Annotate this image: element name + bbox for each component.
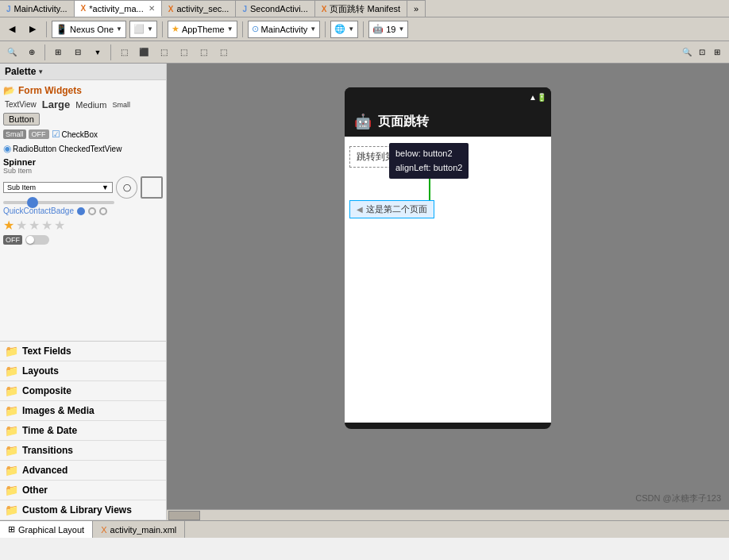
checked-text-view-widget[interactable]: CheckedTextView xyxy=(59,145,122,153)
xml-icon: X xyxy=(81,4,87,13)
bottom-tab-xml[interactable]: X activity_main.xml xyxy=(93,521,185,538)
tab-manifest[interactable]: X 页面跳转 Manifest xyxy=(315,0,407,17)
android-icon: 🤖 xyxy=(354,113,372,130)
activity-dropdown[interactable]: ⊙ MainActivity ▼ xyxy=(248,21,321,38)
device-dropdown[interactable]: 📱 Nexus One ▼ xyxy=(52,21,126,38)
category-other[interactable]: 📁 Other xyxy=(0,481,166,500)
category-transitions[interactable]: 📁 Transitions xyxy=(0,441,166,461)
toggle-off-widget[interactable]: OFF xyxy=(29,129,49,139)
category-images-media[interactable]: 📁 Images & Media xyxy=(0,401,166,421)
quick-contact-badge-widget[interactable]: QuickContactBadge xyxy=(3,207,163,215)
star-icon: ★ xyxy=(172,24,179,34)
distribute-v-button[interactable]: ⬚ xyxy=(195,44,212,60)
api-dropdown[interactable]: 🤖 19 ▼ xyxy=(368,21,408,38)
spinner-square-widget[interactable] xyxy=(141,176,163,199)
star-empty-4: ★ xyxy=(54,218,65,233)
tab-more[interactable]: » xyxy=(407,0,426,17)
align-right-button[interactable]: ⬚ xyxy=(155,44,172,60)
toggle-small-label: Small xyxy=(3,129,26,139)
locale-dropdown[interactable]: 🌐 ▼ xyxy=(330,21,358,38)
tab-activity-ma[interactable]: X *activity_ma... ✕ xyxy=(75,0,162,17)
category-custom-library[interactable]: 📁 Custom & Library Views xyxy=(0,500,166,520)
theme-dropdown[interactable]: ★ AppTheme ▼ xyxy=(168,21,237,38)
orientation-dropdown[interactable]: ⬜ ▼ xyxy=(129,21,157,38)
folder-icon: 📁 xyxy=(5,484,18,496)
toolbar-separator-5 xyxy=(363,21,364,37)
button-widget[interactable]: Button xyxy=(3,113,40,126)
phone-app-bar: 🤖 页面跳转 xyxy=(345,106,551,137)
snap-button[interactable]: ⊟ xyxy=(69,44,87,60)
grid-button[interactable]: ⊞ xyxy=(49,44,67,60)
palette-dropdown[interactable]: Palette ▼ xyxy=(5,66,44,77)
category-label: Text Fields xyxy=(22,346,71,357)
toolbar2-separator-1 xyxy=(44,44,45,60)
spinner-label: Spinner xyxy=(3,157,163,167)
phone-status-bar: ▲ 🔋 xyxy=(345,87,551,106)
seekbar-widget[interactable] xyxy=(3,201,163,204)
folder-icon: 📁 xyxy=(5,365,18,377)
align-center-button[interactable]: ⬛ xyxy=(135,44,152,60)
star-empty-2: ★ xyxy=(29,218,40,233)
java-icon: J xyxy=(242,5,247,14)
large-text-widget[interactable]: Large xyxy=(40,98,71,110)
zoom-out-button[interactable]: 🔍 xyxy=(3,44,21,60)
category-time-date[interactable]: 📁 Time & Date xyxy=(0,421,166,441)
tab-activity-sec[interactable]: X activity_sec... xyxy=(162,0,237,17)
category-layouts[interactable]: 📁 Layouts xyxy=(0,361,166,381)
back-button[interactable]: ◀ xyxy=(3,21,21,37)
qcb-label: QuickContactBadge xyxy=(3,207,74,215)
category-text-fields[interactable]: 📁 Text Fields xyxy=(0,342,166,361)
seekbar-thumb xyxy=(27,197,38,208)
zoom-in-button[interactable]: ⊕ xyxy=(23,44,40,60)
forward-button[interactable]: ▶ xyxy=(24,21,41,37)
main-toolbar: ◀ ▶ 📱 Nexus One ▼ ⬜ ▼ ★ AppTheme ▼ ⊙ Mai… xyxy=(0,17,729,41)
palette-header: Palette ▼ xyxy=(0,64,166,80)
palette-title: Palette xyxy=(5,66,36,77)
textview-widget[interactable]: TextView xyxy=(3,100,38,109)
bottom-tab-bar: ⊞ Graphical Layout X activity_main.xml xyxy=(0,520,729,538)
spinner-circle-widget[interactable]: ◯ xyxy=(116,176,138,199)
widget-row-toggle: Small OFF ☑ CheckBox xyxy=(3,129,163,140)
tab-main-activity[interactable]: J MainActivity... xyxy=(0,0,75,17)
toggle-small-widget[interactable]: Small xyxy=(3,129,26,139)
wifi-icon: ▲ xyxy=(529,93,537,102)
phone-icon: 📱 xyxy=(56,24,68,35)
spinner-sub-label: Sub Item xyxy=(3,167,163,175)
close-icon[interactable]: ✕ xyxy=(148,4,155,13)
java-icon: J xyxy=(6,5,11,14)
bottom-tab-graphical-layout[interactable]: ⊞ Graphical Layout xyxy=(0,521,93,538)
rating-bar-widget[interactable]: ★ ★ ★ ★ ★ xyxy=(3,218,163,233)
category-composite[interactable]: 📁 Composite xyxy=(0,381,166,401)
scrollbar-thumb[interactable] xyxy=(168,511,200,520)
small-text-widget[interactable]: Small xyxy=(110,101,132,109)
toolbar-separator-3 xyxy=(242,21,243,37)
tooltip-line2: alignLeft: button2 xyxy=(395,161,462,176)
radio-widget[interactable]: ◉ RadioButton xyxy=(3,143,56,154)
align-left-button[interactable]: ⬚ xyxy=(115,44,133,60)
category-label: Advanced xyxy=(22,465,68,476)
margin-button[interactable]: ⬚ xyxy=(214,44,232,60)
xml-icon: X xyxy=(322,5,327,14)
arrow-button[interactable]: ▼ xyxy=(89,44,106,60)
arrow-left-icon: ◀ xyxy=(357,205,363,214)
theme-label: AppTheme xyxy=(182,25,225,34)
spinner-sub-text: Sub Item xyxy=(7,183,36,191)
tooltip-box: below: button2 alignLeft: button2 xyxy=(389,143,469,179)
fit-button[interactable]: ⊡ xyxy=(698,44,706,60)
tab-second-activity[interactable]: J SecondActivi... xyxy=(236,0,314,17)
category-advanced[interactable]: 📁 Advanced xyxy=(0,461,166,481)
widget-row-radio: ◉ RadioButton CheckedTextView xyxy=(3,143,163,154)
medium-text-widget[interactable]: Medium xyxy=(74,100,108,110)
spinner-widget[interactable]: Spinner Sub Item Sub Item ▼ ◯ xyxy=(3,157,163,199)
category-label: Layouts xyxy=(22,365,59,377)
category-label: Other xyxy=(22,485,48,496)
horizontal-scrollbar[interactable] xyxy=(167,509,729,520)
category-label: Images & Media xyxy=(22,405,94,416)
zoom-percent-button[interactable]: 🔍 xyxy=(678,44,696,60)
category-label: Time & Date xyxy=(22,425,77,436)
button2[interactable]: ◀ 这是第二个页面 xyxy=(349,200,434,218)
checkbox-widget[interactable]: ☑ CheckBox xyxy=(52,129,98,140)
distribute-button[interactable]: ⬚ xyxy=(175,44,192,60)
switch-widget[interactable]: OFF xyxy=(3,235,163,245)
expand-button[interactable]: ⊞ xyxy=(708,44,726,60)
